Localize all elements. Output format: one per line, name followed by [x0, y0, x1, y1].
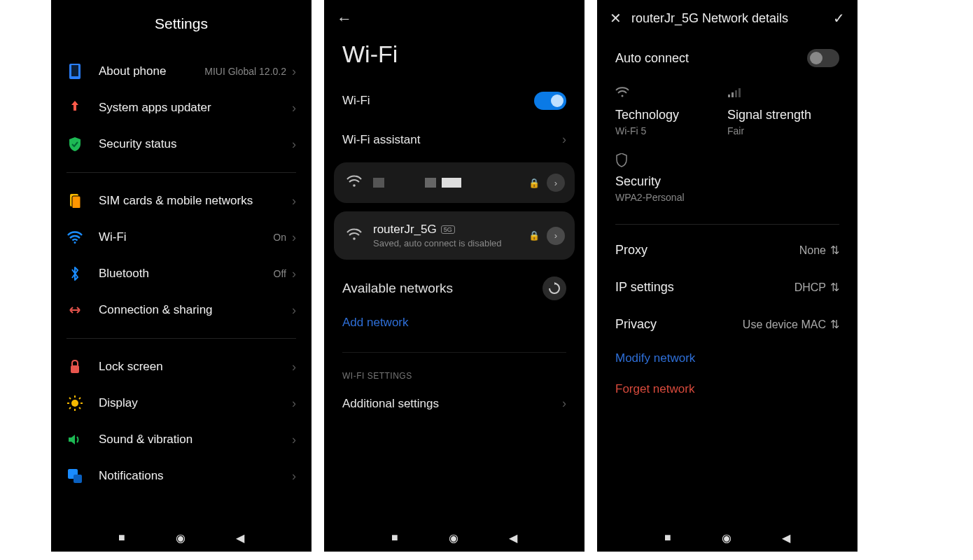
auto-connect-label: Auto connect [615, 51, 689, 66]
chevron-right-icon: › [562, 132, 566, 147]
wifi-toggle-row[interactable]: Wi-Fi [324, 80, 584, 121]
proxy-label: Proxy [615, 243, 648, 258]
settings-screen: Settings About phone MIUI Global 12.0.2 … [51, 0, 312, 552]
connection-icon [66, 302, 83, 318]
back-button[interactable]: ◀ [782, 531, 790, 545]
back-arrow-icon[interactable]: ← [337, 10, 352, 28]
svg-point-18 [353, 237, 356, 240]
network-card-obscured[interactable]: 🔒 › [334, 162, 575, 203]
security-cell: Security WPA2-Personal [615, 153, 727, 203]
system-updater-row[interactable]: System apps updater › [51, 90, 312, 126]
chevron-right-icon: › [292, 194, 296, 209]
sound-icon [66, 431, 83, 448]
chevron-right-icon: › [292, 360, 296, 374]
svg-rect-20 [728, 94, 730, 97]
auto-connect-row[interactable]: Auto connect [597, 36, 858, 80]
selector-icon: ⇅ [830, 244, 839, 257]
security-value: WPA2-Personal [615, 192, 727, 203]
confirm-icon[interactable]: ✓ [833, 10, 845, 27]
chevron-right-icon: › [292, 433, 296, 447]
svg-rect-5 [71, 365, 79, 373]
ip-settings-label: IP settings [615, 280, 674, 295]
shield-icon [66, 136, 83, 153]
page-title: Wi-Fi [324, 28, 584, 80]
row-label: Connection & sharing [99, 303, 292, 317]
lock-icon: 🔒 [528, 230, 540, 241]
lock-icon: 🔒 [528, 178, 540, 188]
network-details-button[interactable]: › [547, 227, 565, 245]
lock-icon [66, 358, 83, 375]
bluetooth-row[interactable]: Bluetooth Off › [51, 255, 312, 292]
display-icon [66, 395, 83, 412]
sound-row[interactable]: Sound & vibration › [51, 421, 312, 458]
ip-settings-row[interactable]: IP settings DHCP⇅ [597, 269, 858, 306]
back-button[interactable]: ◀ [236, 531, 244, 545]
modify-network-link[interactable]: Modify network [597, 343, 858, 374]
auto-connect-toggle[interactable] [807, 49, 839, 67]
network-details-screen: ✕ routerJr_5G Network details ✓ Auto con… [597, 0, 858, 552]
sim-icon [66, 192, 83, 209]
wifi-icon [346, 228, 362, 244]
security-label: Security [615, 174, 727, 189]
signal-label: Signal strength [727, 108, 839, 122]
wifi-icon [615, 87, 727, 101]
android-navbar: ■ ◉ ◀ [51, 531, 312, 545]
add-network-link[interactable]: Add network [324, 306, 584, 340]
sim-cards-row[interactable]: SIM cards & mobile networks › [51, 183, 312, 219]
recents-button[interactable]: ■ [391, 531, 398, 545]
network-status: Saved, auto connect is disabled [373, 238, 528, 248]
svg-line-11 [69, 398, 71, 399]
home-button[interactable]: ◉ [176, 531, 186, 545]
wifi-toggle[interactable] [534, 92, 566, 110]
wifi-row[interactable]: Wi-Fi On › [51, 219, 312, 255]
refresh-button[interactable] [542, 276, 566, 300]
connection-sharing-row[interactable]: Connection & sharing › [51, 292, 312, 328]
wifi-assistant-row[interactable]: Wi-Fi assistant › [324, 121, 584, 158]
svg-line-12 [79, 407, 80, 409]
privacy-value: Use device MAC [743, 318, 826, 331]
row-label: Bluetooth [99, 267, 274, 281]
security-icon [615, 153, 727, 167]
back-button[interactable]: ◀ [509, 531, 517, 545]
about-phone-row[interactable]: About phone MIUI Global 12.0.2 › [51, 53, 312, 90]
display-row[interactable]: Display › [51, 385, 312, 421]
home-button[interactable]: ◉ [449, 531, 458, 545]
row-label: Wi-Fi [99, 230, 273, 244]
proxy-row[interactable]: Proxy None⇅ [597, 232, 858, 269]
recents-button[interactable]: ■ [664, 531, 671, 545]
row-label: Lock screen [99, 360, 292, 374]
privacy-row[interactable]: Privacy Use device MAC⇅ [597, 306, 858, 343]
svg-point-6 [71, 400, 78, 407]
chevron-right-icon: › [292, 396, 296, 411]
wifi-settings-header: WI-FI SETTINGS [324, 353, 584, 385]
svg-rect-23 [738, 88, 741, 97]
selector-icon: ⇅ [830, 281, 839, 294]
selector-icon: ⇅ [830, 318, 839, 331]
chevron-right-icon: › [292, 267, 296, 281]
row-label: SIM cards & mobile networks [99, 194, 292, 208]
divider [66, 172, 296, 173]
chevron-right-icon: › [292, 230, 296, 245]
additional-settings-label: Additional settings [342, 397, 439, 411]
signal-icon [727, 87, 839, 101]
available-networks-label: Available networks [342, 281, 453, 296]
row-label: Notifications [99, 469, 292, 483]
additional-settings-row[interactable]: Additional settings › [324, 385, 584, 422]
home-button[interactable]: ◉ [722, 531, 732, 545]
svg-rect-21 [732, 92, 734, 97]
lock-screen-row[interactable]: Lock screen › [51, 349, 312, 385]
signal-cell: Signal strength Fair [727, 87, 839, 136]
forget-network-link[interactable]: Forget network [597, 374, 858, 405]
notifications-row[interactable]: Notifications › [51, 458, 312, 494]
close-icon[interactable]: ✕ [610, 10, 622, 27]
recents-button[interactable]: ■ [118, 531, 125, 545]
row-label: Security status [99, 137, 292, 151]
security-status-row[interactable]: Security status › [51, 126, 312, 162]
signal-value: Fair [727, 125, 839, 136]
chevron-right-icon: › [292, 469, 296, 484]
network-card-routerjr[interactable]: routerJr_5G 5G Saved, auto connect is di… [334, 211, 575, 260]
wifi-icon [66, 229, 83, 246]
network-details-button[interactable]: › [547, 174, 565, 192]
row-value: On [273, 232, 286, 243]
svg-point-19 [622, 95, 624, 97]
